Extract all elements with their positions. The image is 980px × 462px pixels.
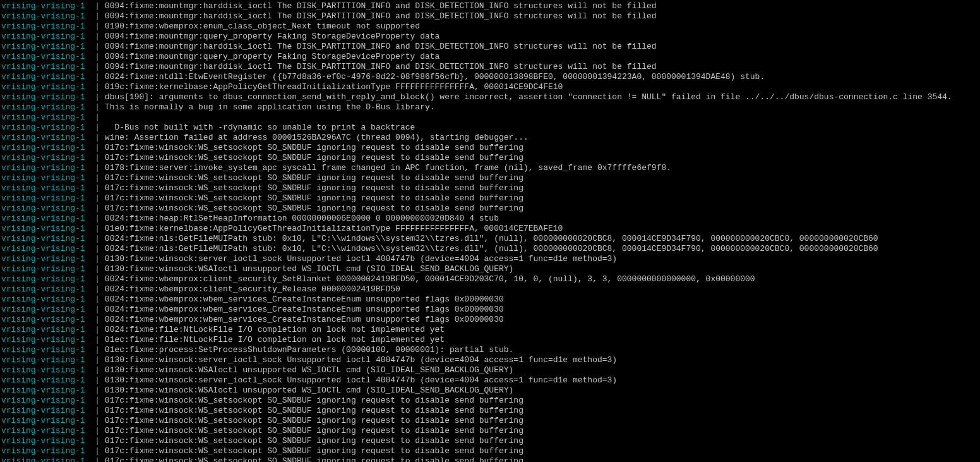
- log-separator: |: [85, 315, 105, 324]
- log-separator: |: [85, 112, 105, 122]
- log-prefix: vrising-vrising-1: [1, 52, 85, 61]
- log-message: 01ec:fixme:file:NtLockFile I/O completio…: [105, 335, 445, 344]
- log-prefix: vrising-vrising-1: [1, 183, 85, 193]
- log-line: vrising-vrising-1 | 0094:fixme:mountmgr:…: [1, 52, 980, 62]
- log-separator: |: [85, 365, 105, 375]
- log-prefix: vrising-vrising-1: [1, 416, 85, 425]
- log-prefix: vrising-vrising-1: [1, 345, 85, 355]
- log-separator: |: [85, 335, 105, 344]
- log-separator: |: [85, 305, 105, 314]
- log-separator: |: [85, 234, 105, 243]
- log-separator: |: [85, 456, 105, 462]
- log-prefix: vrising-vrising-1: [1, 234, 85, 243]
- log-message: 017c:fixme:winsock:WS_setsockopt SO_SNDB…: [105, 153, 523, 162]
- log-prefix: vrising-vrising-1: [1, 375, 85, 385]
- log-separator: |: [85, 436, 105, 446]
- log-line: vrising-vrising-1 | 0024:fixme:file:NtLo…: [1, 325, 980, 335]
- log-prefix: vrising-vrising-1: [1, 254, 85, 264]
- log-line: vrising-vrising-1 | 019c:fixme:kernelbas…: [1, 82, 980, 92]
- log-line: vrising-vrising-1 | 017c:fixme:winsock:W…: [1, 406, 980, 416]
- log-message: 017c:fixme:winsock:WS_setsockopt SO_SNDB…: [105, 416, 523, 425]
- log-message: 0130:fixme:winsock:server_ioctl_sock Uns…: [105, 355, 617, 365]
- log-separator: |: [85, 143, 105, 152]
- log-prefix: vrising-vrising-1: [1, 355, 85, 365]
- log-line: vrising-vrising-1 | 017c:fixme:winsock:W…: [1, 204, 980, 214]
- log-message: 017c:fixme:winsock:WS_setsockopt SO_SNDB…: [105, 143, 523, 152]
- terminal-output[interactable]: vrising-vrising-1 | 0094:fixme:mountmgr:…: [0, 0, 980, 462]
- log-prefix: vrising-vrising-1: [1, 204, 85, 213]
- log-line: vrising-vrising-1 | 0024:fixme:wbemprox:…: [1, 295, 980, 305]
- log-separator: |: [85, 193, 105, 203]
- log-separator: |: [85, 264, 105, 274]
- log-prefix: vrising-vrising-1: [1, 153, 85, 162]
- log-line: vrising-vrising-1 | wine: Assertion fail…: [1, 133, 980, 143]
- log-line: vrising-vrising-1 | 0130:fixme:winsock:s…: [1, 355, 980, 365]
- log-message: 0024:fixme:wbemprox:client_security_SetB…: [105, 274, 755, 284]
- log-line: vrising-vrising-1 | 017c:fixme:winsock:W…: [1, 456, 980, 462]
- log-line: vrising-vrising-1 | 0130:fixme:winsock:W…: [1, 365, 980, 375]
- log-message: 0130:fixme:winsock:WSAIoctl unsupported …: [105, 264, 514, 274]
- log-prefix: vrising-vrising-1: [1, 284, 85, 294]
- log-message: 0094:fixme:mountmgr:harddisk_ioctl The D…: [105, 42, 657, 51]
- log-prefix: vrising-vrising-1: [1, 133, 85, 142]
- log-line: vrising-vrising-1 | 0024:fixme:wbemprox:…: [1, 315, 980, 325]
- log-prefix: vrising-vrising-1: [1, 365, 85, 375]
- log-line: vrising-vrising-1 | 0024:fixme:wbemprox:…: [1, 284, 980, 295]
- log-line: vrising-vrising-1 | 0024:fixme:wbemprox:…: [1, 305, 980, 315]
- log-separator: |: [85, 325, 105, 334]
- log-line: vrising-vrising-1 | 0130:fixme:winsock:s…: [1, 254, 980, 264]
- log-line: vrising-vrising-1 | 01ec:fixme:process:S…: [1, 345, 980, 355]
- log-separator: |: [85, 153, 105, 162]
- log-separator: |: [85, 224, 105, 233]
- log-prefix: vrising-vrising-1: [1, 325, 85, 334]
- log-prefix: vrising-vrising-1: [1, 426, 85, 435]
- log-prefix: vrising-vrising-1: [1, 436, 85, 446]
- log-line: vrising-vrising-1 | 0094:fixme:mountmgr:…: [1, 42, 980, 52]
- log-line: vrising-vrising-1 | 0178:fixme:server:in…: [1, 163, 980, 173]
- log-prefix: vrising-vrising-1: [1, 1, 85, 11]
- log-prefix: vrising-vrising-1: [1, 112, 85, 122]
- log-message: D-Bus not built with -rdynamic so unable…: [105, 123, 415, 132]
- log-line: vrising-vrising-1 | 0024:fixme:heap:RtlS…: [1, 214, 980, 224]
- log-message: 0094:fixme:mountmgr:harddisk_ioctl The D…: [105, 1, 657, 11]
- log-message: 0094:fixme:mountmgr:query_property Fakin…: [105, 32, 440, 41]
- log-message: wine: Assertion failed at address 000015…: [105, 133, 529, 142]
- log-message: 017c:fixme:winsock:WS_setsockopt SO_SNDB…: [105, 456, 523, 462]
- log-line: vrising-vrising-1 | 01e0:fixme:kernelbas…: [1, 224, 980, 234]
- log-line: vrising-vrising-1 | dbus[190]: arguments…: [1, 92, 980, 102]
- log-prefix: vrising-vrising-1: [1, 274, 85, 284]
- log-prefix: vrising-vrising-1: [1, 446, 85, 456]
- log-separator: |: [85, 21, 105, 31]
- log-message: 0130:fixme:winsock:WSAIoctl unsupported …: [105, 365, 514, 375]
- log-message: 01e0:fixme:kernelbase:AppPolicyGetThread…: [105, 224, 563, 233]
- log-message: 01ec:fixme:process:SetProcessShutdownPar…: [105, 345, 514, 355]
- log-line: vrising-vrising-1 | 017c:fixme:winsock:W…: [1, 426, 980, 436]
- log-prefix: vrising-vrising-1: [1, 305, 85, 314]
- log-message: 017c:fixme:winsock:WS_setsockopt SO_SNDB…: [105, 173, 523, 183]
- log-prefix: vrising-vrising-1: [1, 82, 85, 92]
- log-message: 017c:fixme:winsock:WS_setsockopt SO_SNDB…: [105, 436, 523, 446]
- log-separator: |: [85, 204, 105, 213]
- log-message: 017c:fixme:winsock:WS_setsockopt SO_SNDB…: [105, 204, 523, 213]
- log-separator: |: [85, 284, 105, 294]
- log-message: 017c:fixme:winsock:WS_setsockopt SO_SNDB…: [105, 426, 523, 435]
- log-separator: |: [85, 244, 105, 253]
- log-message: 017c:fixme:winsock:WS_setsockopt SO_SNDB…: [105, 396, 523, 405]
- log-prefix: vrising-vrising-1: [1, 173, 85, 183]
- log-separator: |: [85, 426, 105, 435]
- log-line: vrising-vrising-1 | 0130:fixme:winsock:W…: [1, 264, 980, 274]
- log-line: vrising-vrising-1 | 017c:fixme:winsock:W…: [1, 183, 980, 193]
- log-prefix: vrising-vrising-1: [1, 32, 85, 41]
- log-separator: |: [85, 123, 105, 132]
- log-separator: |: [85, 375, 105, 385]
- log-message: 0024:fixme:heap:RtlSetHeapInformation 00…: [105, 214, 499, 223]
- log-message: 0024:fixme:nls:GetFileMUIPath stub: 0x10…: [105, 234, 878, 243]
- log-prefix: vrising-vrising-1: [1, 21, 85, 31]
- log-separator: |: [85, 52, 105, 61]
- log-message: 0130:fixme:winsock:WSAIoctl unsupported …: [105, 386, 514, 395]
- log-prefix: vrising-vrising-1: [1, 72, 85, 82]
- log-separator: |: [85, 446, 105, 456]
- log-message: 0094:fixme:mountmgr:harddisk_ioctl The D…: [105, 62, 657, 71]
- log-prefix: vrising-vrising-1: [1, 335, 85, 344]
- log-line: vrising-vrising-1 | 0094:fixme:mountmgr:…: [1, 62, 980, 72]
